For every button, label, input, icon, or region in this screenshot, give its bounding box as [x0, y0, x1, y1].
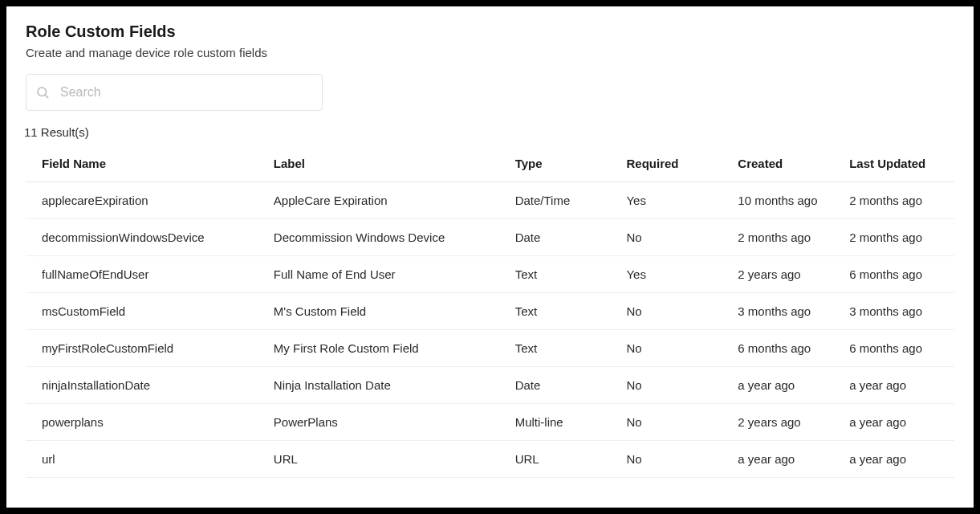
- column-header-created[interactable]: Created: [731, 147, 843, 182]
- table-row[interactable]: applecareExpirationAppleCare ExpirationD…: [26, 182, 954, 219]
- cell-type: Multi-line: [509, 404, 620, 441]
- cell-created: 3 months ago: [731, 293, 843, 330]
- cell-last-updated: 6 months ago: [843, 256, 954, 293]
- cell-type: Text: [509, 293, 620, 330]
- cell-type: Date: [509, 367, 620, 404]
- cell-field-name: myFirstRoleCustomField: [26, 330, 267, 367]
- cell-field-name: fullNameOfEndUser: [26, 256, 267, 293]
- table-row[interactable]: fullNameOfEndUserFull Name of End UserTe…: [26, 256, 954, 293]
- cell-label: My First Role Custom Field: [267, 330, 509, 367]
- column-header-field-name[interactable]: Field Name: [26, 147, 267, 182]
- cell-required: No: [620, 404, 731, 441]
- cell-field-name: decommissionWindowsDevice: [26, 219, 267, 256]
- cell-type: Text: [509, 330, 620, 367]
- table-header-row: Field Name Label Type Required Created L…: [26, 147, 954, 182]
- cell-type: Date/Time: [509, 182, 620, 219]
- cell-label: M's Custom Field: [267, 293, 509, 330]
- cell-created: 2 years ago: [731, 256, 843, 293]
- column-header-type[interactable]: Type: [509, 147, 620, 182]
- results-count: 11 Result(s): [24, 125, 954, 139]
- column-header-required[interactable]: Required: [620, 147, 731, 182]
- cell-last-updated: 3 months ago: [843, 293, 954, 330]
- page-title: Role Custom Fields: [26, 22, 954, 41]
- cell-created: 2 months ago: [731, 219, 843, 256]
- search-input[interactable]: [26, 74, 323, 111]
- cell-created: 10 months ago: [731, 182, 843, 219]
- cell-last-updated: 2 months ago: [843, 219, 954, 256]
- column-header-last-updated[interactable]: Last Updated: [843, 147, 954, 182]
- cell-field-name: applecareExpiration: [26, 182, 267, 219]
- cell-required: No: [620, 367, 731, 404]
- column-header-label[interactable]: Label: [267, 147, 509, 182]
- cell-required: No: [620, 441, 731, 478]
- cell-required: No: [620, 219, 731, 256]
- table-row[interactable]: msCustomFieldM's Custom FieldTextNo3 mon…: [26, 293, 954, 330]
- cell-field-name: powerplans: [26, 404, 267, 441]
- cell-label: Decommission Windows Device: [267, 219, 509, 256]
- cell-label: Full Name of End User: [267, 256, 509, 293]
- cell-required: No: [620, 330, 731, 367]
- cell-last-updated: a year ago: [843, 404, 954, 441]
- cell-required: No: [620, 293, 731, 330]
- cell-created: 2 years ago: [731, 404, 843, 441]
- cell-required: Yes: [620, 182, 731, 219]
- cell-label: PowerPlans: [267, 404, 509, 441]
- table-row[interactable]: urlURLURLNoa year agoa year ago: [26, 441, 954, 478]
- table-row[interactable]: myFirstRoleCustomFieldMy First Role Cust…: [26, 330, 954, 367]
- cell-created: a year ago: [731, 441, 843, 478]
- cell-label: Ninja Installation Date: [267, 367, 509, 404]
- custom-fields-table: Field Name Label Type Required Created L…: [26, 147, 954, 478]
- cell-last-updated: a year ago: [843, 367, 954, 404]
- cell-type: Date: [509, 219, 620, 256]
- cell-field-name: ninjaInstallationDate: [26, 367, 267, 404]
- role-custom-fields-panel: Role Custom Fields Create and manage dev…: [6, 6, 974, 508]
- cell-required: Yes: [620, 256, 731, 293]
- cell-last-updated: 6 months ago: [843, 330, 954, 367]
- cell-type: URL: [509, 441, 620, 478]
- cell-created: a year ago: [731, 367, 843, 404]
- cell-field-name: msCustomField: [26, 293, 267, 330]
- table-row[interactable]: ninjaInstallationDateNinja Installation …: [26, 367, 954, 404]
- table-row[interactable]: powerplansPowerPlansMulti-lineNo2 years …: [26, 404, 954, 441]
- cell-last-updated: a year ago: [843, 441, 954, 478]
- cell-field-name: url: [26, 441, 267, 478]
- cell-type: Text: [509, 256, 620, 293]
- page-subtitle: Create and manage device role custom fie…: [26, 46, 954, 59]
- cell-label: URL: [267, 441, 509, 478]
- table-row[interactable]: decommissionWindowsDeviceDecommission Wi…: [26, 219, 954, 256]
- cell-created: 6 months ago: [731, 330, 843, 367]
- search-container: [26, 74, 323, 111]
- cell-label: AppleCare Expiration: [267, 182, 509, 219]
- cell-last-updated: 2 months ago: [843, 182, 954, 219]
